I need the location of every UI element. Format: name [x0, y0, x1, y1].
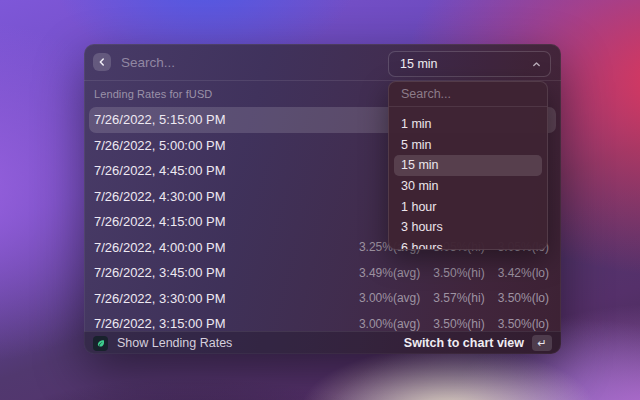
menu-divider	[389, 106, 547, 107]
interval-options-list: 1 min 5 min 15 min 30 min 1 hour 3 hours…	[389, 114, 547, 250]
rate-hi: 3.50%(hi)	[433, 317, 484, 331]
rate-lo: 3.42%(lo)	[498, 266, 549, 280]
interval-option-15-min[interactable]: 15 min	[394, 155, 542, 176]
rate-avg: 3.49%(avg)	[359, 266, 420, 280]
leaf-icon	[96, 339, 105, 348]
lending-rates-window: 15 min Lending Rates for fUSD 7/26/2022,…	[84, 44, 561, 354]
back-button[interactable]	[93, 53, 111, 71]
interval-option-5-min[interactable]: 5 min	[394, 135, 542, 156]
row-timestamp: 7/26/2022, 3:15:00 PM	[94, 316, 346, 331]
extension-icon	[93, 336, 108, 351]
switch-to-chart-view-button[interactable]: Switch to chart view	[404, 336, 524, 350]
rate-lo: 3.50%(lo)	[498, 317, 549, 331]
rate-hi: 3.50%(hi)	[433, 266, 484, 280]
row-timestamp: 7/26/2022, 4:00:00 PM	[94, 240, 346, 255]
rate-hi: 3.57%(hi)	[433, 291, 484, 305]
interval-dropdown-value: 15 min	[400, 57, 438, 71]
interval-option-1-hour[interactable]: 1 hour	[394, 196, 542, 217]
interval-menu-search-input[interactable]	[389, 82, 547, 106]
rate-avg: 3.00%(avg)	[359, 317, 420, 331]
window-footer: Show Lending Rates Switch to chart view …	[84, 331, 561, 354]
interval-option-6-hours[interactable]: 6 hours	[394, 238, 542, 250]
interval-dropdown-trigger[interactable]: 15 min	[388, 51, 551, 77]
row-timestamp: 7/26/2022, 3:30:00 PM	[94, 291, 346, 306]
interval-option-1-min[interactable]: 1 min	[394, 114, 542, 135]
footer-primary-action[interactable]: Show Lending Rates	[117, 336, 232, 350]
section-title: Lending Rates for fUSD	[94, 88, 212, 100]
arrow-left-icon	[97, 57, 107, 67]
rate-lo: 3.50%(lo)	[498, 291, 549, 305]
interval-option-3-hours[interactable]: 3 hours	[394, 217, 542, 238]
window-header: 15 min	[84, 44, 561, 80]
interval-dropdown-menu: 1 min 5 min 15 min 30 min 1 hour 3 hours…	[388, 81, 548, 250]
rate-avg: 3.00%(avg)	[359, 291, 420, 305]
desktop-wallpaper: 15 min Lending Rates for fUSD 7/26/2022,…	[0, 0, 640, 400]
interval-option-30-min[interactable]: 30 min	[394, 176, 542, 197]
chevron-up-icon	[532, 60, 541, 69]
list-item[interactable]: 7/26/2022, 3:45:00 PM 3.49%(avg) 3.50%(h…	[89, 260, 556, 286]
enter-key-icon[interactable]: ↵	[532, 335, 552, 351]
row-timestamp: 7/26/2022, 3:45:00 PM	[94, 265, 346, 280]
list-item[interactable]: 7/26/2022, 3:30:00 PM 3.00%(avg) 3.57%(h…	[89, 286, 556, 312]
